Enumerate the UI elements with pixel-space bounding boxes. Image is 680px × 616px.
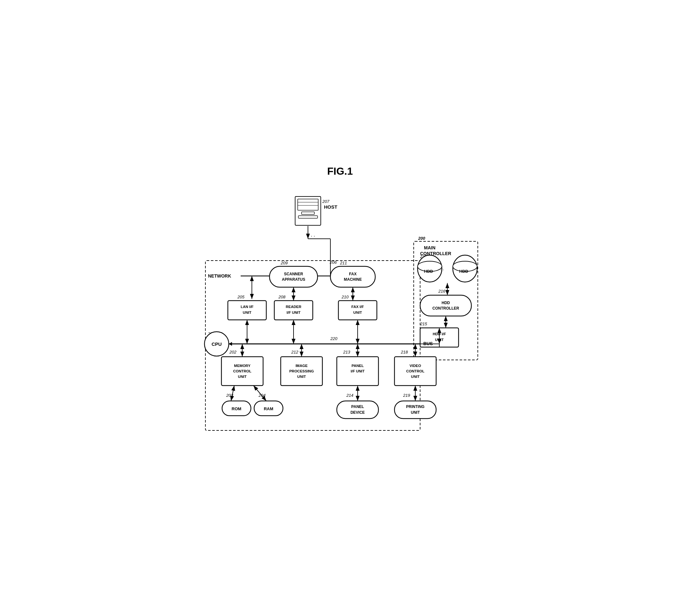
ref-214: 214 bbox=[346, 393, 353, 398]
ref-212: 212 bbox=[291, 350, 298, 355]
video-ctrl-label3: UNIT bbox=[411, 375, 420, 379]
rom-label: ROM bbox=[232, 407, 241, 411]
reader-if-unit-box bbox=[274, 301, 313, 320]
lan-if-unit-box bbox=[228, 301, 266, 320]
ref-215: 215 bbox=[420, 321, 427, 326]
fax-if-unit-box bbox=[338, 301, 377, 320]
memory-ctrl-label2: CONTROL bbox=[233, 369, 252, 373]
panel-if-label1: PANEL bbox=[351, 364, 364, 368]
bus-arrow-left bbox=[229, 342, 232, 346]
hdd-controller-box bbox=[420, 295, 472, 316]
hdd1-label: HDD bbox=[424, 269, 433, 274]
network-label: NETWORK bbox=[208, 273, 231, 279]
hdd2-label: HDD bbox=[459, 269, 468, 274]
ref-208: 208 bbox=[278, 295, 285, 299]
memory-ctrl-label3: UNIT bbox=[238, 375, 247, 379]
ref-205: 205 bbox=[237, 295, 245, 299]
host-label: HOST bbox=[324, 204, 337, 209]
ref-209: 209 bbox=[280, 260, 288, 265]
image-proc-label3: UNIT bbox=[298, 375, 306, 379]
panel-if-label2: I/F UNIT bbox=[350, 369, 364, 373]
reader-if-label2: I/F UNIT bbox=[286, 311, 300, 314]
main-controller-label: MAIN bbox=[424, 245, 435, 250]
scanner-apparatus-box bbox=[270, 266, 317, 287]
svg-rect-8 bbox=[298, 216, 317, 218]
panel-device-box bbox=[337, 401, 378, 419]
cpu-label: CPU bbox=[211, 341, 222, 347]
lan-if-label1: LAN I/F bbox=[240, 305, 253, 309]
printing-unit-label1: PRINTING bbox=[406, 404, 424, 409]
video-ctrl-label2: CONTROL bbox=[406, 369, 425, 373]
reader-if-label1: READER bbox=[286, 305, 302, 309]
hdd-controller-label2: CONTROLLER bbox=[432, 306, 459, 311]
ref-219: 219 bbox=[403, 393, 410, 398]
host-dots: . . . bbox=[308, 232, 315, 237]
scanner-apparatus-label1: SCANNER bbox=[284, 272, 303, 276]
ref-202: 202 bbox=[229, 350, 236, 355]
ref-211: 211 bbox=[340, 260, 347, 265]
panel-device-label2: DEVICE bbox=[350, 410, 365, 415]
scanner-apparatus-label2: APPARATUS bbox=[282, 277, 305, 282]
image-proc-label2: PROCESSING bbox=[289, 369, 314, 373]
printing-unit-label2: UNIT bbox=[411, 410, 420, 415]
ref-218: 218 bbox=[401, 350, 408, 355]
fax-machine-label1: FAX bbox=[349, 272, 356, 276]
hdd-dots: . . . bbox=[438, 266, 444, 271]
ref-220: 220 bbox=[330, 336, 337, 341]
fax-if-label2: UNIT bbox=[353, 311, 362, 314]
panel-device-label1: PANEL bbox=[351, 404, 364, 409]
ref-210: 210 bbox=[341, 295, 349, 299]
ref-216: 216 bbox=[438, 289, 446, 293]
ref-207: 207 bbox=[322, 199, 330, 204]
svg-rect-7 bbox=[302, 212, 314, 215]
ref-200: 200 bbox=[418, 236, 425, 241]
video-ctrl-label1: VIDEO bbox=[409, 364, 421, 368]
image-proc-label1: IMAGE bbox=[295, 364, 308, 368]
fax-machine-box bbox=[330, 266, 375, 287]
ram-label: RAM bbox=[264, 407, 273, 411]
fax-machine-label2: MACHINE bbox=[344, 277, 362, 282]
hdd-controller-label1: HDD bbox=[442, 301, 450, 305]
printing-unit-box bbox=[395, 401, 436, 419]
figure-title: FIG.1 bbox=[196, 165, 484, 177]
fax-if-label1: FAX I/F bbox=[351, 305, 364, 309]
memory-ctrl-label1: MEMORY bbox=[234, 364, 251, 368]
lan-if-label2: UNIT bbox=[243, 311, 252, 314]
svg-rect-4 bbox=[298, 199, 318, 210]
ref-213: 213 bbox=[343, 350, 350, 355]
